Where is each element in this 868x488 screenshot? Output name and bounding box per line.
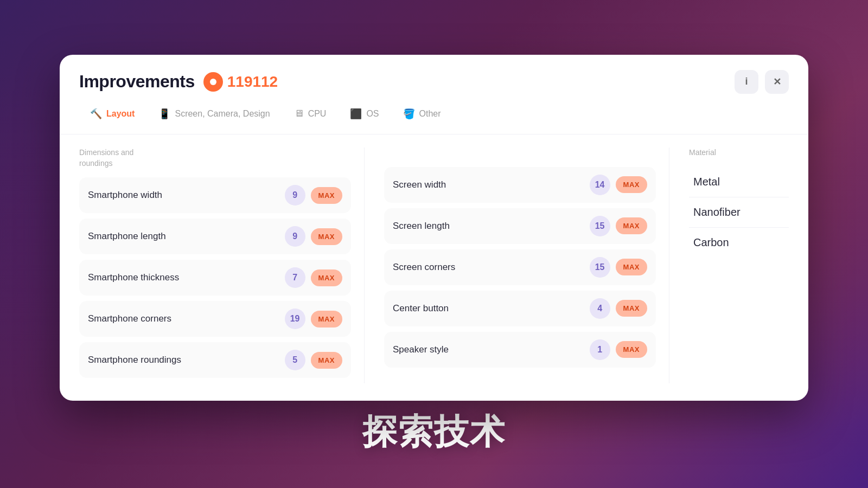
table-row: Screen corners 15 MAX bbox=[384, 249, 656, 285]
value-badge: 9 bbox=[285, 226, 305, 247]
row-controls: 7 MAX bbox=[285, 267, 342, 288]
screen-tab-icon: 📱 bbox=[158, 108, 170, 120]
row-controls: 15 MAX bbox=[590, 257, 647, 278]
value-badge: 1 bbox=[590, 339, 610, 360]
max-badge: MAX bbox=[311, 228, 342, 245]
list-item: Metal bbox=[689, 167, 789, 197]
row-controls: 15 MAX bbox=[590, 216, 647, 236]
cpu-tab-icon: 🖥 bbox=[294, 108, 304, 119]
max-badge: MAX bbox=[616, 341, 647, 358]
list-item: Carbon bbox=[689, 228, 789, 258]
max-badge: MAX bbox=[616, 176, 647, 193]
left-rows: Smartphone width 9 MAX Smartphone length… bbox=[79, 177, 351, 378]
max-badge: MAX bbox=[311, 311, 342, 328]
row-label: Smartphone width bbox=[88, 190, 162, 201]
header-left: Improvements 119112 bbox=[79, 72, 278, 92]
layout-tab-label: Layout bbox=[106, 109, 135, 119]
row-controls: 4 MAX bbox=[590, 298, 647, 319]
right-column: Material MetalNanofiberCarbon bbox=[669, 147, 789, 383]
modal-header: Improvements 119112 i ✕ bbox=[60, 55, 808, 102]
value-badge: 4 bbox=[590, 298, 610, 319]
value-badge: 19 bbox=[285, 309, 305, 329]
tab-screen[interactable]: 📱Screen, Camera, Design bbox=[148, 102, 280, 125]
row-label: Smartphone corners bbox=[88, 313, 171, 324]
table-row: Smartphone width 9 MAX bbox=[79, 177, 351, 213]
tab-other[interactable]: 🪣Other bbox=[392, 102, 452, 125]
section-label-right: Material bbox=[689, 147, 789, 158]
row-label: Smartphone length bbox=[88, 231, 166, 242]
max-badge: MAX bbox=[311, 269, 342, 286]
modal-body: Dimensions androundings Smartphone width… bbox=[60, 134, 808, 401]
improvements-modal: Improvements 119112 i ✕ 🔨Layout📱Screen, … bbox=[60, 55, 808, 401]
row-label: Center button bbox=[393, 303, 449, 314]
header-right: i ✕ bbox=[735, 70, 789, 94]
middle-column: Screen width 14 MAX Screen length 15 MAX… bbox=[365, 147, 669, 383]
record-number: 119112 bbox=[227, 73, 278, 91]
middle-rows: Screen width 14 MAX Screen length 15 MAX… bbox=[384, 167, 656, 368]
table-row: Smartphone corners 19 MAX bbox=[79, 301, 351, 337]
row-controls: 1 MAX bbox=[590, 339, 647, 360]
record-badge: 119112 bbox=[203, 72, 278, 92]
tabs-bar: 🔨Layout📱Screen, Camera, Design🖥CPU⬛OS🪣Ot… bbox=[60, 102, 808, 134]
row-label: Screen length bbox=[393, 221, 450, 232]
row-controls: 9 MAX bbox=[285, 226, 342, 247]
value-badge: 15 bbox=[590, 216, 610, 236]
row-label: Screen width bbox=[393, 179, 446, 190]
row-controls: 14 MAX bbox=[590, 175, 647, 195]
table-row: Smartphone thickness 7 MAX bbox=[79, 260, 351, 296]
max-badge: MAX bbox=[616, 259, 647, 275]
row-label: Speaker style bbox=[393, 344, 449, 355]
row-controls: 19 MAX bbox=[285, 309, 342, 329]
info-button[interactable]: i bbox=[735, 70, 758, 94]
left-column: Dimensions androundings Smartphone width… bbox=[79, 147, 365, 383]
max-badge: MAX bbox=[311, 187, 342, 204]
row-label: Screen corners bbox=[393, 262, 455, 273]
table-row: Speaker style 1 MAX bbox=[384, 332, 656, 368]
value-badge: 9 bbox=[285, 185, 305, 206]
record-dot-inner bbox=[210, 79, 216, 85]
other-tab-label: Other bbox=[419, 109, 441, 119]
section-label-left: Dimensions androundings bbox=[79, 147, 351, 169]
list-item: Nanofiber bbox=[689, 197, 789, 228]
section-label-middle bbox=[384, 147, 656, 158]
tab-cpu[interactable]: 🖥CPU bbox=[283, 102, 337, 125]
cpu-tab-label: CPU bbox=[308, 109, 327, 119]
table-row: Smartphone length 9 MAX bbox=[79, 219, 351, 254]
other-tab-icon: 🪣 bbox=[403, 108, 415, 120]
material-list: MetalNanofiberCarbon bbox=[689, 167, 789, 258]
table-row: Screen length 15 MAX bbox=[384, 208, 656, 244]
max-badge: MAX bbox=[616, 300, 647, 317]
row-label: Smartphone thickness bbox=[88, 272, 179, 283]
row-controls: 9 MAX bbox=[285, 185, 342, 206]
row-label: Smartphone roundings bbox=[88, 355, 181, 365]
os-tab-label: OS bbox=[366, 109, 379, 119]
screen-tab-label: Screen, Camera, Design bbox=[175, 109, 270, 119]
tab-layout[interactable]: 🔨Layout bbox=[79, 102, 145, 125]
value-badge: 14 bbox=[590, 175, 610, 195]
modal-container: Improvements 119112 i ✕ 🔨Layout📱Screen, … bbox=[60, 55, 808, 401]
tab-os[interactable]: ⬛OS bbox=[339, 102, 390, 125]
table-row: Smartphone roundings 5 MAX bbox=[79, 342, 351, 378]
value-badge: 15 bbox=[590, 257, 610, 278]
row-controls: 5 MAX bbox=[285, 350, 342, 370]
table-row: Screen width 14 MAX bbox=[384, 167, 656, 203]
layout-tab-icon: 🔨 bbox=[90, 108, 102, 120]
bottom-subtitle: 探索技术 bbox=[362, 408, 506, 455]
table-row: Center button 4 MAX bbox=[384, 291, 656, 326]
os-tab-icon: ⬛ bbox=[350, 108, 362, 120]
value-badge: 5 bbox=[285, 350, 305, 370]
modal-title: Improvements bbox=[79, 72, 195, 92]
max-badge: MAX bbox=[311, 352, 342, 369]
close-button[interactable]: ✕ bbox=[765, 70, 789, 94]
value-badge: 7 bbox=[285, 267, 305, 288]
record-dot-icon bbox=[203, 72, 223, 92]
max-badge: MAX bbox=[616, 217, 647, 234]
